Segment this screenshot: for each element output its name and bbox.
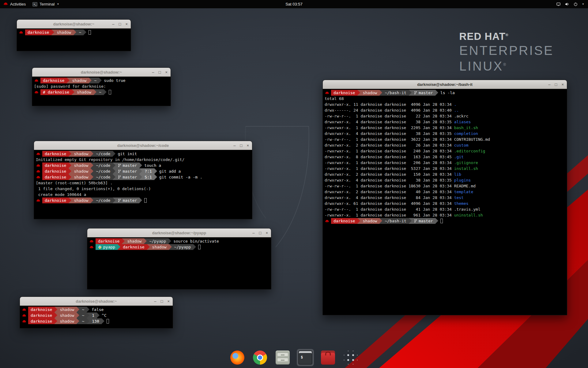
dock-chrome[interactable] (251, 349, 269, 366)
prompt-segment-user: darknoise (42, 168, 69, 174)
command-text: ls -la (440, 90, 455, 96)
app-grid-icon (344, 351, 357, 364)
window-titlebar[interactable]: darknoise@shadow:~/bash-it–□× (323, 80, 567, 89)
segment-text: darknoise (31, 312, 52, 318)
terminal-content[interactable]: darknoiseshadow~ (17, 29, 131, 51)
system-menu-chevron-icon[interactable]: ▼ (582, 3, 584, 6)
close-button[interactable]: × (125, 22, 128, 26)
segment-text: master (419, 218, 433, 224)
maximize-button[interactable]: □ (119, 22, 121, 26)
powerline-separator (74, 29, 76, 35)
separator-arrow-icon (69, 168, 71, 174)
file-name: .. (454, 108, 459, 113)
minimize-button[interactable]: – (252, 231, 254, 235)
close-button[interactable]: × (266, 231, 268, 235)
clock[interactable]: Sat 03:57 (285, 2, 303, 6)
dock-terminal[interactable]: $ (297, 349, 314, 366)
dock-files[interactable] (274, 349, 291, 366)
prompt-segment-exit: 1 (89, 312, 97, 318)
prompt-segment-path: ~/code (93, 197, 113, 203)
terminal-icon: $ (298, 351, 312, 365)
output-text: .ackrc (454, 114, 469, 118)
powerline-separator (409, 218, 412, 224)
separator-arrow-icon (169, 244, 172, 250)
file-name: .gitignore (454, 160, 478, 165)
segment-text: ~ (99, 89, 101, 95)
terminal-cursor (198, 245, 201, 249)
terminal-content[interactable]: darknoiseshadow~sudo true[sudo] password… (32, 77, 171, 106)
prompt-segment-host: shadow (360, 218, 379, 224)
maximize-button[interactable]: □ (240, 144, 243, 148)
segment-text: shadow (74, 151, 88, 157)
maximize-button[interactable]: □ (161, 299, 163, 303)
redhat-prompt-icon (36, 152, 40, 155)
output-text: drwxrwxr-x. 11 darknoise darknoise 4096 … (325, 102, 454, 107)
window-titlebar[interactable]: darknoise@shadow:~–□× (32, 68, 171, 77)
dock-toolbox[interactable] (319, 349, 337, 366)
terminal-content[interactable]: darknoiseshadow~/bash-itmasterls -latota… (323, 89, 567, 315)
minimize-button[interactable]: – (548, 82, 550, 86)
redhat-prompt-icon (89, 240, 94, 243)
volume-icon[interactable] (565, 2, 569, 6)
terminal-content[interactable]: darknoiseshadow~/codegit initInitialized… (34, 150, 252, 219)
powerline-separator (77, 307, 79, 312)
segment-text: # darknoise (43, 89, 69, 95)
window-titlebar[interactable]: darknoise@shadow:~–□× (17, 20, 131, 29)
app-menu-terminal[interactable]: >_ Terminal ▼ (29, 0, 62, 8)
powerline-separator (435, 218, 438, 224)
terminal-output-line: -rwxrwxr-x. 1 darknoise darknoise 961 Ja… (325, 212, 565, 218)
prompt-segment-host: shadow (54, 29, 74, 35)
prompt-segment-user: darknoise (28, 307, 55, 312)
command-text: git init (118, 151, 137, 157)
prompt-segment-path: ~ (79, 307, 87, 312)
window-titlebar[interactable]: darknoise@shadow:~–□× (20, 297, 173, 306)
close-button[interactable]: × (561, 82, 564, 86)
maximize-button[interactable]: □ (159, 70, 161, 74)
activities-button[interactable]: Activities (0, 0, 29, 8)
segment-text: darknoise (98, 238, 119, 244)
maximize-button[interactable]: □ (555, 82, 557, 86)
dock-firefox[interactable] (229, 349, 246, 366)
terminal-output-line: -rw-rw-r--. 1 darknoise darknoise 3622 J… (325, 136, 565, 142)
prompt-segment-user: darknoise (42, 151, 69, 157)
close-button[interactable]: × (167, 299, 170, 303)
prompt-segment-user: darknoise (28, 312, 55, 318)
window-titlebar[interactable]: darknoise@shadow:~/code–□× (34, 141, 252, 150)
display-icon[interactable] (556, 2, 561, 6)
segment-text: shadow (127, 238, 141, 244)
maximize-button[interactable]: □ (259, 231, 262, 235)
terminal-content[interactable]: darknoiseshadow~/pyappsource bin/activat… (87, 237, 271, 289)
window-titlebar[interactable]: darknoise@shadow:~/pyapp–□× (87, 228, 271, 237)
terminal-content[interactable]: darknoiseshadow~falsedarknoiseshadow~1^C… (20, 306, 173, 328)
close-button[interactable]: × (247, 144, 249, 148)
segment-text: darknoise (45, 163, 66, 168)
segment-text: ~/code (96, 151, 110, 157)
prompt-segment-user: darknoise (40, 78, 67, 83)
powerline-separator (51, 29, 54, 35)
minimize-button[interactable]: – (112, 22, 114, 26)
power-icon[interactable] (573, 2, 578, 6)
minimize-button[interactable]: – (152, 70, 154, 74)
prompt-segment-scm: master (115, 163, 139, 168)
terminal-prompt-line: darknoiseshadow~/bash-itmaster (325, 218, 565, 224)
powerline-separator (357, 218, 360, 224)
output-text: -rw-rw-r--. 1 darknoise darknoise 18630 … (325, 184, 454, 188)
separator-arrow-icon (51, 29, 54, 35)
dock-app-grid[interactable] (342, 349, 359, 366)
terminal-prompt-line: darknoiseshadow~sudo true (34, 78, 169, 83)
minimize-button[interactable]: – (154, 299, 156, 303)
separator-arrow-icon (113, 151, 115, 156)
redhat-prompt-icon (22, 308, 26, 311)
file-name: uninstall.sh (454, 213, 483, 217)
close-button[interactable]: × (165, 70, 168, 74)
prompt-segment-path: ~/pyapp (172, 244, 194, 250)
segment-text: darknoise (334, 218, 355, 224)
prompt-segment-host: shadow (57, 307, 77, 312)
segment-text: ?:1 (145, 168, 152, 174)
branch-icon (118, 169, 121, 173)
powerline-separator (113, 174, 115, 180)
prompt-segment-user: darknoise (331, 90, 357, 96)
segment-text: shadow (363, 90, 377, 96)
segment-text: shadow (60, 318, 74, 324)
minimize-button[interactable]: – (233, 144, 236, 148)
